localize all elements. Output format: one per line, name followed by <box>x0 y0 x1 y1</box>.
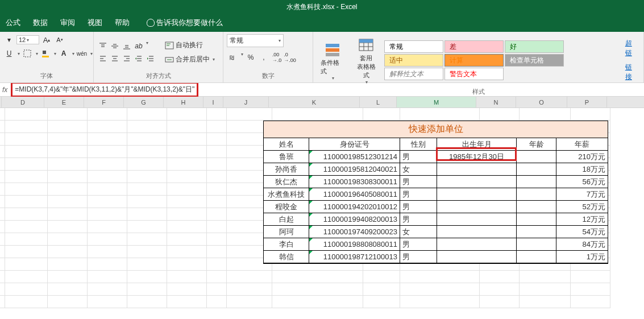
cell[interactable] <box>571 296 610 308</box>
cell[interactable] <box>127 171 167 183</box>
cell[interactable] <box>5 283 48 296</box>
orientation-icon[interactable]: ab <box>133 40 144 52</box>
cell[interactable] <box>5 221 48 233</box>
cell[interactable] <box>5 183 48 196</box>
td-salary[interactable]: 54万元 <box>556 226 608 238</box>
td-age[interactable] <box>517 226 556 238</box>
cell[interactable] <box>400 108 480 121</box>
td-age[interactable] <box>517 188 556 201</box>
cell[interactable] <box>520 108 571 121</box>
col-header-n[interactable]: N <box>476 97 516 107</box>
decrease-font-icon[interactable]: A▾ <box>54 34 65 45</box>
col-header-f[interactable]: F <box>84 97 124 107</box>
col-header-h[interactable]: H <box>164 97 203 107</box>
cell[interactable] <box>5 171 48 183</box>
cell[interactable] <box>207 233 227 246</box>
cell[interactable] <box>48 296 88 308</box>
cell[interactable] <box>48 121 88 133</box>
tab-help[interactable]: 帮助 <box>115 18 130 28</box>
cell[interactable] <box>227 271 272 283</box>
td-sex[interactable]: 男 <box>400 251 437 263</box>
cell[interactable] <box>0 208 5 221</box>
td-salary[interactable]: 210万元 <box>556 151 608 163</box>
cell[interactable] <box>167 271 207 283</box>
td-salary[interactable]: 12万元 <box>556 213 608 226</box>
cell[interactable] <box>207 258 227 271</box>
cell[interactable] <box>48 221 88 233</box>
cell[interactable] <box>400 283 480 296</box>
align-bottom-icon[interactable] <box>121 40 132 52</box>
increase-font-icon[interactable]: A▴ <box>41 34 52 45</box>
decrease-decimal-icon[interactable]: .0→.00 <box>284 52 296 63</box>
cell[interactable] <box>88 208 127 221</box>
td-sex[interactable]: 男 <box>400 213 437 226</box>
conditional-format-button[interactable]: 条件格式 ▾ <box>317 39 348 82</box>
td-sex[interactable]: 男 <box>400 201 437 213</box>
cell[interactable] <box>0 158 5 171</box>
td-sex[interactable]: 女 <box>400 226 437 238</box>
cell[interactable] <box>480 283 520 296</box>
td-id[interactable]: 110000195812040021 <box>309 163 400 176</box>
td-sex[interactable]: 女 <box>400 163 437 176</box>
col-header-p[interactable]: P <box>567 97 607 107</box>
td-dob[interactable] <box>437 176 517 188</box>
cell[interactable] <box>5 246 48 258</box>
tab-data[interactable]: 数据 <box>33 18 48 28</box>
td-salary[interactable]: 56万元 <box>556 176 608 188</box>
cell[interactable] <box>5 296 48 308</box>
cell[interactable] <box>48 246 88 258</box>
cell[interactable] <box>5 233 48 246</box>
cell[interactable] <box>48 208 88 221</box>
font-color-icon[interactable]: A <box>58 48 69 59</box>
cell[interactable] <box>48 283 88 296</box>
td-salary[interactable]: 52万元 <box>556 201 608 213</box>
cell[interactable] <box>0 246 5 258</box>
cell[interactable] <box>88 246 127 258</box>
td-salary[interactable]: 18万元 <box>556 163 608 176</box>
number-format-select[interactable]: 常规▾ <box>227 34 284 47</box>
cell[interactable] <box>48 258 88 271</box>
cell[interactable] <box>480 108 520 121</box>
hyperlink-style[interactable]: 超链 <box>623 36 640 60</box>
cell[interactable] <box>227 296 272 308</box>
cell[interactable] <box>48 158 88 171</box>
cell[interactable] <box>167 258 207 271</box>
cell[interactable] <box>48 271 88 283</box>
align-right-icon[interactable] <box>121 53 132 64</box>
cell[interactable] <box>167 171 207 183</box>
font-dropdown-arrow[interactable]: ▾ <box>3 34 15 45</box>
cell[interactable] <box>88 296 127 308</box>
cell[interactable] <box>127 271 167 283</box>
increase-decimal-icon[interactable]: .00→.0 <box>271 52 282 63</box>
cell[interactable] <box>207 221 227 233</box>
cell[interactable] <box>0 196 5 208</box>
col-header-l[interactable]: L <box>360 97 397 107</box>
cell[interactable] <box>207 158 227 171</box>
accounting-format-icon[interactable]: ₪ <box>227 52 238 63</box>
td-id[interactable]: 110000198808080011 <box>309 238 400 251</box>
td-age[interactable] <box>517 213 556 226</box>
cell[interactable] <box>48 171 88 183</box>
cell[interactable] <box>127 283 167 296</box>
cell[interactable] <box>127 221 167 233</box>
cell[interactable] <box>0 258 5 271</box>
td-age[interactable] <box>517 163 556 176</box>
cell[interactable] <box>88 221 127 233</box>
td-id[interactable]: 110000198308300011 <box>309 176 400 188</box>
td-name[interactable]: 白起 <box>264 213 309 226</box>
cell[interactable] <box>127 246 167 258</box>
cell[interactable] <box>0 121 5 133</box>
cell[interactable] <box>88 271 127 283</box>
td-id[interactable]: 110000194202010012 <box>309 201 400 213</box>
cell[interactable] <box>0 271 5 283</box>
format-as-table-button[interactable]: 套用 表格格式 ▾ <box>351 34 383 86</box>
td-id[interactable]: 110000196405080011 <box>309 188 400 201</box>
td-age[interactable] <box>517 238 556 251</box>
cell[interactable] <box>88 196 127 208</box>
cell[interactable] <box>48 108 88 121</box>
td-name[interactable]: 程咬金 <box>264 201 309 213</box>
border-icon[interactable] <box>22 48 33 59</box>
td-salary[interactable]: 7万元 <box>556 188 608 201</box>
td-name[interactable]: 韩信 <box>264 251 309 263</box>
cell[interactable] <box>127 208 167 221</box>
